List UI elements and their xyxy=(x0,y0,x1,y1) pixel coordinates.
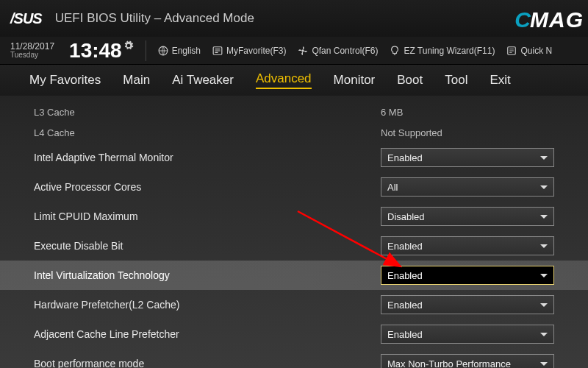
language-button[interactable]: English xyxy=(158,46,201,56)
setting-row[interactable]: Execute Disable BitEnabled xyxy=(0,231,588,261)
qfan-button[interactable]: Qfan Control(F6) xyxy=(298,46,378,56)
chevron-down-icon xyxy=(540,156,548,160)
brand-rest: MAG xyxy=(530,7,584,32)
setting-label: L4 Cache xyxy=(34,127,381,138)
info-row: L4 CacheNot Supported xyxy=(0,122,588,143)
chevron-down-icon xyxy=(540,185,548,189)
setting-label: Execute Disable Bit xyxy=(34,240,381,252)
bulb-icon xyxy=(390,46,400,56)
day-text: Tuesday xyxy=(10,51,54,59)
dropdown-value: Enabled xyxy=(387,241,423,252)
watermark-brand: C MAG xyxy=(514,7,584,32)
settings-list: L3 Cache6 MBL4 CacheNot SupportedIntel A… xyxy=(0,96,588,368)
note-icon xyxy=(506,46,517,56)
tab-advanced[interactable]: Advanced xyxy=(256,71,312,89)
setting-label: Boot performance mode xyxy=(34,358,381,368)
header-bar: /SUS UEFI BIOS Utility – Advanced Mode xyxy=(0,0,588,37)
list-icon xyxy=(212,46,223,56)
tab-main[interactable]: Main xyxy=(123,73,150,88)
info-bar: 11/28/2017 Tuesday 13:48 English MyFavor… xyxy=(0,37,588,65)
dropdown-value: Max Non-Turbo Performance xyxy=(387,358,511,369)
setting-row[interactable]: Intel Adaptive Thermal MonitorEnabled xyxy=(0,143,588,172)
myfavorite-button[interactable]: MyFavorite(F3) xyxy=(212,46,286,56)
setting-dropdown[interactable]: Disabled xyxy=(381,207,554,226)
separator xyxy=(146,40,146,61)
time-text: 13:48 xyxy=(69,39,134,63)
tab-bar: My FavoritesMainAi TweakerAdvancedMonito… xyxy=(0,65,588,96)
tab-boot[interactable]: Boot xyxy=(397,73,423,88)
setting-label: Intel Adaptive Thermal Monitor xyxy=(34,152,381,163)
dropdown-value: Enabled xyxy=(387,270,423,281)
brand-c: C xyxy=(514,7,531,32)
dropdown-value: Enabled xyxy=(387,152,423,163)
chevron-down-icon xyxy=(540,303,548,307)
setting-row[interactable]: Adjacent Cache Line PrefetcherEnabled xyxy=(0,319,588,349)
dropdown-value: Disabled xyxy=(387,211,425,222)
quicknote-button[interactable]: Quick N xyxy=(506,46,552,56)
setting-label: Active Processor Cores xyxy=(34,181,381,193)
dropdown-value: Enabled xyxy=(387,329,423,340)
setting-dropdown[interactable]: Enabled xyxy=(381,295,554,314)
setting-row[interactable]: Active Processor CoresAll xyxy=(0,172,588,202)
setting-row[interactable]: Limit CPUID MaximumDisabled xyxy=(0,202,588,231)
setting-label: Adjacent Cache Line Prefetcher xyxy=(34,328,381,340)
setting-dropdown[interactable]: All xyxy=(381,177,554,197)
tab-monitor[interactable]: Monitor xyxy=(334,73,376,88)
setting-row[interactable]: Boot performance modeMax Non-Turbo Perfo… xyxy=(0,349,588,368)
dropdown-value: All xyxy=(387,182,398,193)
chevron-down-icon xyxy=(540,215,548,219)
tab-exit[interactable]: Exit xyxy=(490,73,510,88)
chevron-down-icon xyxy=(540,274,548,277)
setting-row[interactable]: Hardware Prefetcher(L2 Cache)Enabled xyxy=(0,290,588,319)
datetime-block: 11/28/2017 Tuesday xyxy=(10,42,54,60)
info-row: L3 Cache6 MB xyxy=(0,102,588,122)
chevron-down-icon xyxy=(540,362,548,366)
tab-ai-tweaker[interactable]: Ai Tweaker xyxy=(172,73,234,88)
chevron-down-icon xyxy=(540,244,548,248)
setting-label: Intel Virtualization Technology xyxy=(34,269,381,281)
gear-icon[interactable] xyxy=(123,40,134,51)
info-value: 6 MB xyxy=(381,107,554,118)
window-title: UEFI BIOS Utility – Advanced Mode xyxy=(55,11,254,26)
svg-point-2 xyxy=(302,49,305,52)
globe-icon xyxy=(158,46,168,56)
setting-dropdown[interactable]: Enabled xyxy=(381,236,554,255)
setting-label: Limit CPUID Maximum xyxy=(34,210,381,222)
tab-tool[interactable]: Tool xyxy=(445,73,467,88)
info-value: Not Supported xyxy=(381,127,554,138)
setting-dropdown[interactable]: Enabled xyxy=(381,148,554,167)
setting-dropdown[interactable]: Enabled xyxy=(381,266,554,285)
date-text: 11/28/2017 xyxy=(10,42,54,52)
setting-dropdown[interactable]: Max Non-Turbo Performance xyxy=(381,354,554,368)
setting-row[interactable]: Intel Virtualization TechnologyEnabled xyxy=(0,261,588,290)
eztuning-button[interactable]: EZ Tuning Wizard(F11) xyxy=(390,46,495,56)
tab-my-favorites[interactable]: My Favorites xyxy=(29,73,101,88)
vendor-logo: /SUS xyxy=(10,10,42,27)
setting-label: L3 Cache xyxy=(34,107,381,118)
fan-icon xyxy=(298,46,308,56)
setting-dropdown[interactable]: Enabled xyxy=(381,325,554,344)
dropdown-value: Enabled xyxy=(387,300,423,311)
setting-label: Hardware Prefetcher(L2 Cache) xyxy=(34,299,381,311)
chevron-down-icon xyxy=(540,333,548,336)
